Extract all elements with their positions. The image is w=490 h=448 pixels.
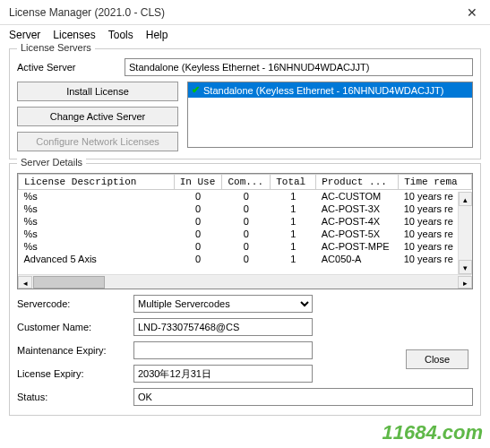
col-com[interactable]: Com...: [222, 175, 271, 190]
menu-help[interactable]: Help: [146, 29, 168, 41]
license-expiry-label: License Expiry:: [17, 368, 133, 379]
cell-total: 1: [271, 215, 316, 228]
servercode-label: Servercode:: [17, 298, 133, 309]
vertical-scrollbar[interactable]: ▴ ▾: [458, 192, 472, 274]
install-license-button[interactable]: Install License: [17, 82, 178, 101]
status-field[interactable]: [133, 388, 473, 406]
table-row[interactable]: Advanced 5 Axis001AC050-A10 years re: [19, 253, 472, 265]
window-title: License Manager (2021.0 - CLS): [9, 6, 165, 19]
cell-com: 0: [222, 253, 271, 265]
cell-total: 1: [271, 228, 316, 240]
server-details-group: Server Details License Description In Us…: [9, 163, 481, 416]
cell-product: AC-CUSTOM: [316, 190, 399, 203]
cell-inuse: 0: [174, 190, 222, 203]
table-row[interactable]: %s001AC-POST-5X10 years re: [19, 228, 472, 240]
check-icon: ✔: [192, 84, 200, 96]
cell-inuse: 0: [174, 240, 222, 253]
cell-desc: %s: [19, 202, 175, 215]
table-row[interactable]: %s001AC-POST-4X10 years re: [19, 215, 472, 228]
cell-total: 1: [271, 202, 316, 215]
cell-total: 1: [271, 190, 316, 203]
col-time[interactable]: Time rema: [399, 175, 472, 190]
cell-desc: Advanced 5 Axis: [19, 253, 175, 265]
license-servers-legend: License Servers: [17, 42, 95, 53]
license-expiry-field[interactable]: 2030年12月31日: [133, 365, 313, 383]
cell-inuse: 0: [174, 215, 222, 228]
cell-product: AC-POST-4X: [316, 215, 399, 228]
col-product[interactable]: Product ...: [316, 175, 399, 190]
active-server-row: Active Server: [17, 58, 473, 76]
scroll-right-icon[interactable]: ▸: [458, 276, 472, 289]
change-active-server-button[interactable]: Change Active Server: [17, 107, 178, 126]
table-header-row: License Description In Use Com... Total …: [19, 175, 472, 190]
cell-com: 0: [222, 228, 271, 240]
scroll-left-icon[interactable]: ◂: [18, 276, 32, 289]
cell-inuse: 0: [174, 202, 222, 215]
scroll-down-icon[interactable]: ▾: [459, 260, 472, 274]
cell-com: 0: [222, 202, 271, 215]
cell-desc: %s: [19, 190, 175, 203]
menu-tools[interactable]: Tools: [108, 29, 133, 41]
table-row[interactable]: %s001AC-POST-MPE10 years re: [19, 240, 472, 253]
status-label: Status:: [17, 392, 133, 402]
cell-product: AC-POST-5X: [316, 228, 399, 240]
watermark: 11684.com: [382, 421, 483, 444]
customer-name-label: Customer Name:: [17, 322, 133, 332]
horizontal-scrollbar[interactable]: ◂ ▸: [18, 274, 472, 289]
server-list-item[interactable]: ✔ Standalone (Keyless Ethernet - 16NHNUD…: [188, 82, 472, 98]
maintenance-expiry-label: Maintenance Expiry:: [17, 345, 133, 356]
col-inuse[interactable]: In Use: [174, 175, 222, 190]
maintenance-expiry-field[interactable]: [133, 341, 313, 359]
servercode-select[interactable]: Multiple Servercodes: [133, 295, 313, 313]
table-row[interactable]: %s001AC-CUSTOM10 years re: [19, 190, 472, 203]
cell-product: AC-POST-MPE: [316, 240, 399, 253]
menu-server[interactable]: Server: [9, 29, 40, 41]
customer-name-field[interactable]: LND-7330757468@CS: [133, 318, 313, 336]
license-table: License Description In Use Com... Total …: [17, 173, 473, 289]
titlebar: License Manager (2021.0 - CLS) ✕: [0, 0, 490, 25]
close-icon[interactable]: ✕: [461, 4, 483, 22]
cell-desc: %s: [19, 215, 175, 228]
cell-total: 1: [271, 253, 316, 265]
col-description[interactable]: License Description: [19, 175, 175, 190]
active-server-field[interactable]: [125, 58, 473, 76]
menu-licenses[interactable]: Licenses: [53, 29, 95, 41]
cell-com: 0: [222, 215, 271, 228]
cell-inuse: 0: [174, 253, 222, 265]
cell-product: AC-POST-3X: [316, 202, 399, 215]
scroll-track[interactable]: [33, 276, 457, 289]
scroll-thumb[interactable]: [33, 276, 105, 289]
active-server-label: Active Server: [17, 62, 125, 73]
server-details-legend: Server Details: [17, 157, 86, 168]
cell-desc: %s: [19, 240, 175, 253]
cell-total: 1: [271, 240, 316, 253]
col-total[interactable]: Total: [271, 175, 316, 190]
cell-product: AC050-A: [316, 253, 399, 265]
license-servers-group: License Servers Active Server Install Li…: [9, 48, 481, 159]
scroll-up-icon[interactable]: ▴: [459, 192, 472, 206]
server-list-item-label: Standalone (Keyless Ethernet - 16NHNUD4W…: [203, 85, 443, 96]
cell-desc: %s: [19, 228, 175, 240]
configure-network-licenses-button: Configure Network Licenses: [17, 132, 178, 151]
close-button[interactable]: Close: [406, 349, 469, 369]
cell-com: 0: [222, 240, 271, 253]
table-row[interactable]: %s001AC-POST-3X10 years re: [19, 202, 472, 215]
server-listbox[interactable]: ✔ Standalone (Keyless Ethernet - 16NHNUD…: [187, 82, 473, 148]
cell-inuse: 0: [174, 228, 222, 240]
cell-com: 0: [222, 190, 271, 203]
